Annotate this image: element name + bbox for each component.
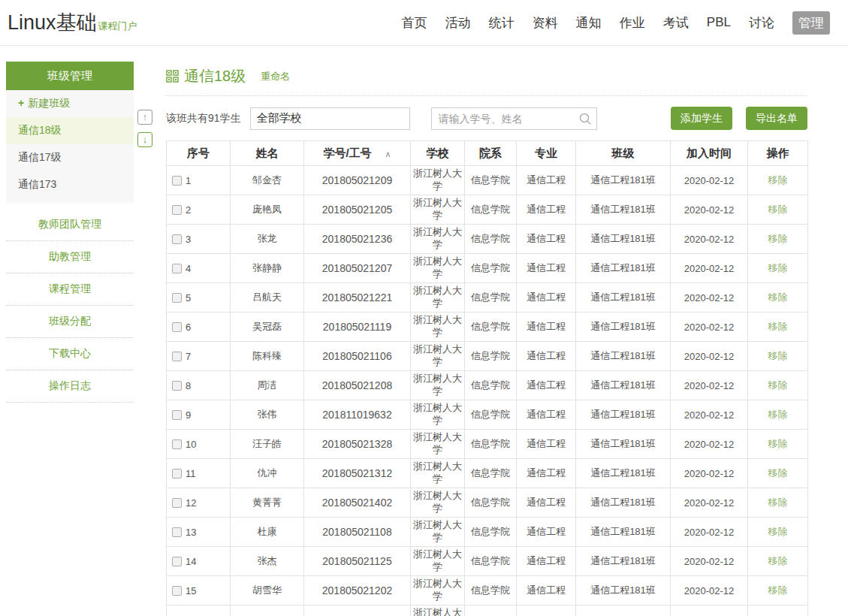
table-header-cell: 操作: [748, 141, 808, 166]
remove-link[interactable]: 移除: [768, 409, 788, 420]
sidebar-class-item[interactable]: 通信173: [6, 171, 134, 198]
remove-link[interactable]: 移除: [768, 350, 788, 361]
major-cell: 通信工程: [517, 547, 576, 576]
header-label: 操作: [767, 146, 789, 159]
sidebar-class-item[interactable]: 通信17级: [6, 144, 134, 171]
row-checkbox[interactable]: [172, 205, 182, 215]
row-checkbox[interactable]: [172, 234, 182, 244]
school-filter-input[interactable]: [250, 107, 410, 130]
table-row: 13 杜康 201805021108 浙江树人大学 信息学院 通信工程 通信工程…: [167, 518, 808, 547]
name-cell: 杜康: [231, 518, 304, 547]
join-date-cell: [671, 605, 748, 616]
row-checkbox[interactable]: [172, 557, 182, 566]
student-id-cell: 201805021205: [304, 195, 411, 225]
search-icon[interactable]: [578, 112, 592, 125]
remove-link[interactable]: 移除: [768, 555, 788, 566]
new-class-button[interactable]: +新建班级: [6, 90, 134, 117]
nav-item[interactable]: 考试: [663, 14, 689, 32]
student-id-cell: 201805021209: [304, 166, 411, 195]
remove-link[interactable]: 移除: [768, 497, 788, 508]
move-up-button[interactable]: ↑: [137, 110, 152, 125]
export-roster-button[interactable]: 导出名单: [746, 107, 807, 130]
row-checkbox[interactable]: [172, 322, 182, 332]
nav-item[interactable]: 统计: [489, 14, 515, 32]
department-cell: 信息学院: [465, 225, 517, 254]
department-cell: 信息学院: [465, 195, 517, 225]
remove-link[interactable]: 移除: [768, 204, 788, 215]
remove-link[interactable]: 移除: [768, 379, 788, 391]
sidebar-manage-item[interactable]: 操作日志: [6, 370, 134, 403]
table-header-cell: 加入时间: [671, 141, 748, 166]
remove-link[interactable]: 移除: [768, 467, 788, 479]
row-checkbox[interactable]: [172, 264, 182, 273]
row-checkbox[interactable]: [172, 439, 182, 449]
row-checkbox[interactable]: [172, 469, 182, 479]
row-checkbox[interactable]: [172, 498, 182, 508]
top-header: Linux基础 课程门户 首页 活动 统计 资料 通知 作业 考试 PBL 讨论…: [0, 0, 848, 46]
action-cell: [748, 605, 808, 616]
remove-link[interactable]: 移除: [768, 174, 788, 186]
row-checkbox[interactable]: [172, 527, 182, 537]
table-row: 3 张龙 201805021236 浙江树人大学 信息学院 通信工程 通信工程1…: [167, 225, 808, 254]
school-cell: 浙江树人大学: [411, 313, 465, 342]
header-label: 学校: [427, 146, 449, 159]
major-cell: 通信工程: [517, 371, 576, 400]
name-cell: 吕航天: [231, 283, 304, 313]
nav-item[interactable]: 活动: [445, 14, 471, 32]
nav-item[interactable]: 管理: [792, 11, 830, 35]
name-cell: 张杰: [231, 547, 304, 576]
row-checkbox[interactable]: [172, 293, 182, 303]
row-checkbox[interactable]: [172, 381, 182, 391]
sidebar-manage-item[interactable]: 教师团队管理: [6, 209, 134, 241]
major-cell: [517, 605, 576, 616]
search-input[interactable]: [431, 107, 597, 130]
table-header-cell[interactable]: 学号/工号∧: [304, 141, 411, 166]
join-date-cell: 2020-02-12: [671, 518, 748, 547]
table-header-row: 序号姓名学号/工号∧学校院系专业班级加入时间操作: [167, 141, 808, 166]
nav-item[interactable]: 首页: [402, 14, 427, 32]
join-date-cell: 2020-02-12: [671, 254, 748, 283]
remove-link[interactable]: 移除: [768, 233, 788, 244]
action-cell: 移除: [748, 518, 808, 547]
sidebar-manage-item[interactable]: 班级分配: [6, 306, 134, 338]
brand-logo[interactable]: Linux基础 课程门户: [8, 9, 137, 36]
table-row: 7 陈科臻 201805021106 浙江树人大学 信息学院 通信工程 通信工程…: [167, 342, 808, 371]
remove-link[interactable]: 移除: [768, 262, 788, 273]
row-checkbox[interactable]: [172, 586, 182, 596]
add-student-button[interactable]: 添加学生: [671, 107, 732, 130]
nav-item[interactable]: 通知: [576, 14, 602, 32]
sidebar-manage-item[interactable]: 助教管理: [6, 241, 134, 273]
sort-asc-icon[interactable]: ∧: [385, 149, 391, 159]
remove-link[interactable]: 移除: [768, 526, 788, 537]
nav-item[interactable]: 讨论: [749, 14, 774, 32]
class-cell: 通信工程181班: [576, 371, 671, 400]
index-cell: 15: [167, 576, 231, 605]
row-checkbox[interactable]: [172, 352, 182, 361]
school-cell: 浙江树人大学: [411, 518, 465, 547]
row-checkbox[interactable]: [172, 176, 182, 186]
search-box: [431, 107, 597, 130]
join-date-cell: 2020-02-12: [671, 400, 748, 430]
major-cell: 通信工程: [517, 518, 576, 547]
row-index: 4: [186, 263, 191, 274]
major-cell: 通信工程: [517, 400, 576, 430]
action-cell: 移除: [748, 430, 808, 459]
sidebar-class-item[interactable]: 通信18级: [6, 117, 134, 144]
student-table: 序号姓名学号/工号∧学校院系专业班级加入时间操作 1 邹金杏 201805021…: [166, 140, 808, 616]
nav-item[interactable]: 作业: [620, 14, 645, 32]
remove-link[interactable]: 移除: [768, 438, 788, 449]
sidebar-header: 班级管理: [6, 62, 134, 90]
nav-item[interactable]: PBL: [707, 15, 731, 30]
table-header-cell: 序号: [167, 141, 231, 166]
index-cell: 4: [167, 254, 231, 283]
rename-link[interactable]: 重命名: [261, 70, 290, 83]
remove-link[interactable]: 移除: [768, 321, 788, 332]
sidebar-manage-item[interactable]: 课程管理: [6, 273, 134, 306]
sidebar-manage-item[interactable]: 下载中心: [6, 338, 134, 370]
table-header-cell: 姓名: [231, 141, 304, 166]
move-down-button[interactable]: ↓: [137, 132, 152, 147]
row-checkbox[interactable]: [172, 410, 182, 420]
nav-item[interactable]: 资料: [533, 14, 558, 32]
remove-link[interactable]: 移除: [768, 291, 788, 303]
remove-link[interactable]: 移除: [768, 584, 788, 596]
